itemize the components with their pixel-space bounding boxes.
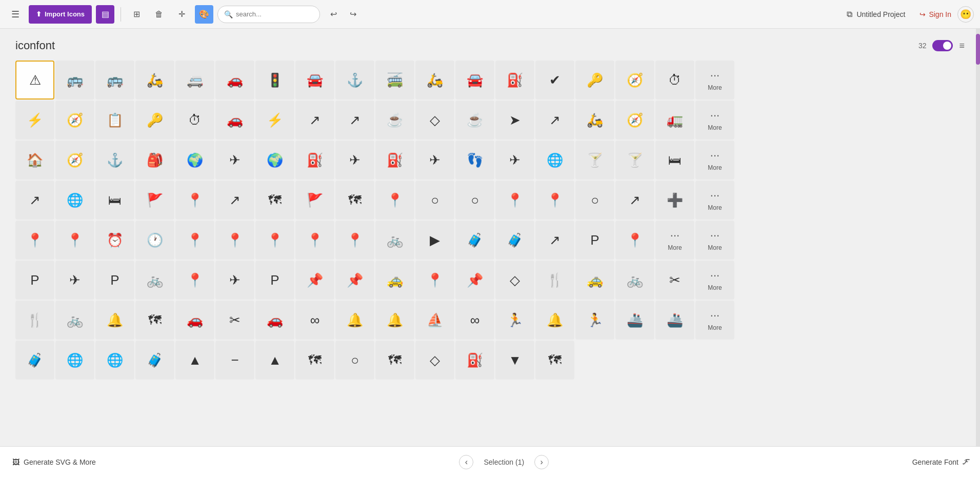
- icon-cell[interactable]: P: [15, 261, 54, 300]
- icon-cell[interactable]: 📋: [95, 101, 134, 140]
- icon-cell[interactable]: 🗺: [295, 341, 334, 380]
- icon-cell[interactable]: 📍: [375, 181, 414, 220]
- icon-cell[interactable]: 🚲: [375, 221, 414, 260]
- icon-cell[interactable]: ➕: [655, 181, 694, 220]
- icon-cell[interactable]: 🗺: [535, 341, 574, 380]
- icon-cell[interactable]: ✔: [535, 61, 574, 100]
- icon-cell[interactable]: ⏱: [655, 61, 694, 100]
- icon-cell[interactable]: 🌍: [255, 141, 294, 180]
- icon-cell[interactable]: 🏠: [15, 141, 54, 180]
- icon-cell[interactable]: ○: [575, 181, 614, 220]
- icon-cell[interactable]: 🔑: [135, 101, 174, 140]
- icon-cell[interactable]: 🚗: [215, 101, 254, 140]
- generate-font-section[interactable]: Generate Font 𝓕: [900, 458, 980, 466]
- more-tile[interactable]: ··· More: [695, 221, 734, 260]
- icon-cell[interactable]: ⏰: [95, 221, 134, 260]
- icon-cell[interactable]: ○: [415, 181, 454, 220]
- icon-cell[interactable]: 🧭: [55, 141, 94, 180]
- icon-cell[interactable]: 🚩: [295, 181, 334, 220]
- icon-cell[interactable]: 📍: [615, 221, 654, 260]
- icon-cell[interactable]: 📍: [495, 181, 534, 220]
- icon-cell[interactable]: 🔔: [335, 301, 374, 340]
- icon-cell[interactable]: ✈: [55, 261, 94, 300]
- icon-cell[interactable]: 🛵: [575, 101, 614, 140]
- icon-cell[interactable]: ↗: [335, 101, 374, 140]
- icon-cell[interactable]: 🚛: [655, 101, 694, 140]
- icon-cell[interactable]: 📍: [175, 181, 214, 220]
- icon-cell[interactable]: 📌: [455, 261, 494, 300]
- more-tile[interactable]: ··· More: [695, 141, 734, 180]
- icon-cell[interactable]: 🌐: [55, 341, 94, 380]
- icon-cell[interactable]: 📌: [335, 261, 374, 300]
- icon-cell[interactable]: 🚘: [455, 61, 494, 100]
- icon-cell[interactable]: ✈: [415, 141, 454, 180]
- icon-cell[interactable]: ✈: [495, 141, 534, 180]
- icon-cell[interactable]: 🛵: [135, 61, 174, 100]
- icon-cell[interactable]: 👣: [455, 141, 494, 180]
- icon-cell[interactable]: 🍸: [575, 141, 614, 180]
- icon-cell[interactable]: 🏃: [575, 301, 614, 340]
- icon-cell[interactable]: ↗: [615, 181, 654, 220]
- icon-cell[interactable]: 🚎: [375, 61, 414, 100]
- icon-cell[interactable]: 🌐: [55, 181, 94, 220]
- icon-cell[interactable]: 📌: [295, 261, 334, 300]
- icon-cell[interactable]: ✈: [215, 261, 254, 300]
- icon-cell[interactable]: 🧭: [615, 61, 654, 100]
- icon-cell[interactable]: 📍: [295, 221, 334, 260]
- icon-cell[interactable]: ☕: [455, 101, 494, 140]
- more-tile[interactable]: ··· More: [695, 61, 734, 100]
- more-tile[interactable]: ··· More: [695, 301, 734, 340]
- color-button[interactable]: 🎨: [195, 5, 213, 24]
- more-tile[interactable]: ··· More: [695, 101, 734, 140]
- icon-cell[interactable]: P: [255, 261, 294, 300]
- view-toggle[interactable]: [932, 40, 953, 51]
- icon-cell[interactable]: 🔔: [95, 301, 134, 340]
- icon-cell[interactable]: ⏱: [175, 101, 214, 140]
- icon-cell[interactable]: P: [95, 261, 134, 300]
- icon-cell[interactable]: 🚘: [295, 61, 334, 100]
- icon-cell[interactable]: ⚡: [255, 101, 294, 140]
- scrollbar-thumb[interactable]: [976, 34, 980, 65]
- icon-cell[interactable]: 🔔: [535, 301, 574, 340]
- icon-cell[interactable]: ○: [335, 341, 374, 380]
- icon-cell[interactable]: 🚩: [135, 181, 174, 220]
- icon-cell[interactable]: ⚓: [335, 61, 374, 100]
- icon-cell[interactable]: 🕐: [135, 221, 174, 260]
- icon-cell[interactable]: 🍴: [15, 301, 54, 340]
- scrollbar[interactable]: [976, 29, 980, 446]
- icon-cell[interactable]: 🚢: [655, 301, 694, 340]
- icon-cell[interactable]: 📍: [55, 221, 94, 260]
- icon-cell[interactable]: ∞: [455, 301, 494, 340]
- more-tile[interactable]: ··· More: [695, 181, 734, 220]
- icon-cell[interactable]: ⛽: [375, 141, 414, 180]
- icon-cell[interactable]: ✂: [215, 301, 254, 340]
- icon-cell[interactable]: ◇: [495, 261, 534, 300]
- icon-cell[interactable]: 📍: [255, 221, 294, 260]
- icon-cell[interactable]: 🚐: [175, 61, 214, 100]
- icon-cell[interactable]: 🎒: [135, 141, 174, 180]
- icon-cell[interactable]: ↗: [15, 181, 54, 220]
- icon-cell[interactable]: 🧳: [495, 221, 534, 260]
- icon-cell[interactable]: ↗: [295, 101, 334, 140]
- icon-cell[interactable]: 🗺: [255, 181, 294, 220]
- icon-cell[interactable]: 🚗: [255, 301, 294, 340]
- redo-button[interactable]: ↪: [344, 5, 362, 24]
- icon-cell[interactable]: 📍: [535, 181, 574, 220]
- import-icons-button[interactable]: ⬆ Import Icons: [29, 5, 92, 24]
- icon-cell[interactable]: 🚗: [175, 301, 214, 340]
- icon-cell[interactable]: 📍: [15, 221, 54, 260]
- icon-cell[interactable]: ∞: [295, 301, 334, 340]
- icon-cell[interactable]: 📍: [175, 261, 214, 300]
- prev-arrow[interactable]: ‹: [459, 455, 473, 469]
- icon-cell[interactable]: ⚓: [95, 141, 134, 180]
- icon-cell[interactable]: 🧭: [55, 101, 94, 140]
- icon-cell[interactable]: ☕: [375, 101, 414, 140]
- icon-cell[interactable]: 🚢: [615, 301, 654, 340]
- icon-cell[interactable]: ✈: [215, 141, 254, 180]
- delete-button[interactable]: 🗑: [150, 5, 168, 24]
- icon-cell[interactable]: 📍: [175, 221, 214, 260]
- icon-cell[interactable]: 🚲: [135, 261, 174, 300]
- icon-cell[interactable]: 🧭: [615, 101, 654, 140]
- icon-cell[interactable]: 🚲: [615, 261, 654, 300]
- icon-cell[interactable]: 🔔: [375, 301, 414, 340]
